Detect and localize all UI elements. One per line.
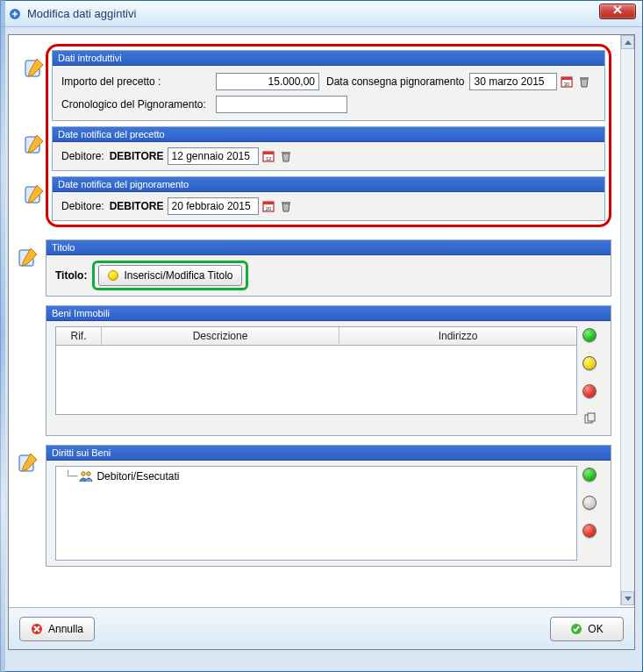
panel-header: Date notifica del pignoramento	[53, 177, 604, 192]
calendar-icon[interactable]: 30	[561, 75, 573, 88]
scroll-down-button[interactable]	[621, 591, 634, 605]
svg-text:12: 12	[265, 156, 271, 161]
people-icon	[79, 470, 93, 483]
title-bar: Modifica dati aggintivi	[1, 1, 642, 27]
date-precetto-input[interactable]	[168, 147, 259, 165]
tree-node-label: Debitori/Esecutati	[96, 470, 179, 483]
highlighted-group: Dati introduttivi Importo del precetto :…	[46, 44, 611, 227]
panel-notifica-pignoramento: Date notifica del pignoramento Debitore:…	[52, 176, 605, 221]
col-rif[interactable]: Rif.	[56, 327, 102, 345]
button-label: Annulla	[48, 623, 83, 635]
scroll-up-button[interactable]	[621, 35, 634, 49]
trash-icon[interactable]	[280, 150, 292, 162]
svg-rect-15	[282, 202, 290, 204]
panel-header: Titolo	[46, 240, 611, 255]
svg-rect-8	[263, 152, 274, 154]
debitore-value: DEBITORE	[110, 150, 164, 162]
inserisci-modifica-titolo-button[interactable]: Inserisci/Modifica Titolo	[98, 265, 242, 286]
trash-icon[interactable]	[578, 75, 590, 88]
panel-titolo: Titolo Titolo: Inserisci/Modifica Titolo	[46, 239, 611, 297]
debitore-label: Debitore:	[61, 150, 104, 162]
importo-label: Importo del precetto :	[61, 75, 211, 88]
edit-icon[interactable]	[17, 246, 39, 268]
content-area: Dati introduttivi Importo del precetto :…	[9, 35, 620, 605]
svg-rect-13	[263, 202, 274, 204]
add-button[interactable]	[582, 328, 597, 342]
debitore-value: DEBITORE	[110, 200, 164, 212]
beni-table[interactable]: Rif. Descrizione Indirizzo	[55, 326, 577, 415]
svg-text:20: 20	[265, 206, 271, 211]
titolo-label: Titolo:	[55, 269, 87, 282]
data-consegna-input[interactable]	[469, 73, 557, 90]
tree-node-root[interactable]: └─ Debitori/Esecutati	[60, 470, 573, 483]
tree-connector-icon: └─	[65, 470, 77, 483]
cancel-icon	[31, 623, 43, 635]
edit-button[interactable]	[582, 356, 597, 370]
decorative-strip	[0, 0, 5, 672]
panel-beni-immobili: Beni Immobili Rif. Descrizione Indirizzo	[46, 305, 611, 436]
panel-header: Dati introduttivi	[53, 51, 604, 66]
scroll-track[interactable]	[621, 50, 634, 590]
chevron-up-icon	[625, 40, 632, 45]
footer-bar: Annulla OK	[9, 607, 634, 649]
app-icon	[8, 7, 22, 21]
panel-header: Beni Immobili	[46, 306, 611, 321]
svg-rect-3	[561, 77, 572, 80]
table-body-empty[interactable]	[56, 346, 576, 414]
vertical-scrollbar[interactable]	[620, 35, 634, 605]
window-title: Modifica dati aggintivi	[27, 7, 136, 20]
svg-point-20	[82, 472, 85, 475]
edit-icon[interactable]	[17, 451, 39, 474]
cronologico-label: Cronologico del Pignoramento:	[61, 98, 211, 111]
importo-input[interactable]	[216, 73, 319, 90]
svg-rect-10	[282, 152, 290, 154]
ok-icon	[570, 623, 582, 635]
col-indirizzo[interactable]: Indirizzo	[339, 327, 576, 345]
status-dot-icon	[108, 270, 118, 281]
chevron-down-icon	[625, 597, 632, 601]
panel-header: Diritti sui Beni	[46, 446, 611, 461]
duplicate-button[interactable]	[582, 412, 597, 426]
calendar-icon[interactable]: 20	[262, 200, 275, 212]
panel-dati-introduttivi: Dati introduttivi Importo del precetto :…	[52, 50, 605, 121]
button-label: Inserisci/Modifica Titolo	[124, 269, 232, 282]
date-pignoramento-input[interactable]	[168, 197, 259, 215]
calendar-icon[interactable]: 12	[262, 150, 275, 162]
edit-button-disabled	[582, 496, 597, 510]
edit-icon[interactable]	[23, 182, 46, 205]
cancel-button[interactable]: Annulla	[19, 617, 95, 641]
ok-button[interactable]: OK	[550, 617, 624, 641]
cronologico-input[interactable]	[216, 96, 347, 113]
diritti-tree[interactable]: └─ Debitori/Esecutati	[55, 466, 577, 561]
col-descrizione[interactable]: Descrizione	[102, 327, 339, 345]
table-header-row: Rif. Descrizione Indirizzo	[56, 327, 576, 346]
panel-diritti-beni: Diritti sui Beni └─ Debitori/Esecutati	[46, 445, 611, 567]
panel-header: Date notifica del precetto	[53, 127, 604, 142]
svg-text:30: 30	[564, 82, 570, 87]
add-button[interactable]	[582, 468, 597, 482]
main-frame: Dati introduttivi Importo del precetto :…	[8, 34, 635, 650]
data-consegna-label: Data consegna pignoramento	[326, 75, 464, 88]
trash-icon[interactable]	[280, 200, 292, 212]
delete-button[interactable]	[582, 524, 597, 538]
svg-rect-18	[588, 413, 595, 421]
highlighted-button-wrap: Inserisci/Modifica Titolo	[92, 261, 248, 290]
delete-button[interactable]	[582, 384, 597, 398]
panel-notifica-precetto: Date notifica del precetto Debitore: DEB…	[52, 126, 605, 171]
svg-point-21	[87, 472, 90, 475]
svg-rect-5	[580, 77, 589, 79]
debitore-label: Debitore:	[61, 200, 104, 212]
close-button[interactable]	[599, 4, 636, 19]
edit-icon[interactable]	[23, 56, 46, 79]
edit-icon[interactable]	[23, 132, 46, 155]
button-label: OK	[588, 623, 603, 635]
